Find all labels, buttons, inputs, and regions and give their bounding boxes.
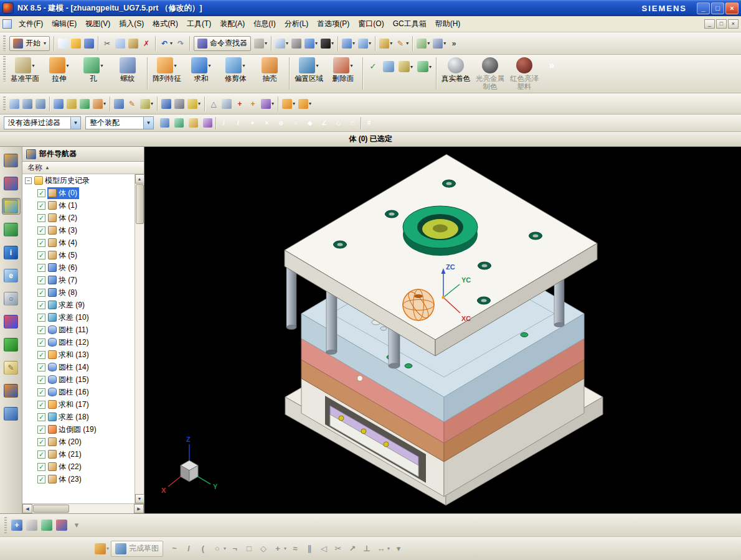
menu-item[interactable]: 格式(R) (148, 17, 182, 31)
finish-sketch-button[interactable]: 完成草图 (111, 541, 163, 557)
cut-icon[interactable]: ✂ (101, 35, 113, 52)
red-glossy-plastic-button[interactable]: 红色亮泽 塑料 (507, 56, 541, 92)
checkbox[interactable] (37, 214, 45, 222)
tree-item[interactable]: 体 (23) (22, 473, 135, 485)
quick-trim-icon[interactable]: ✂ (331, 541, 345, 557)
sphere-primitive-icon[interactable] (173, 95, 186, 113)
snap-quadrant-icon[interactable]: ○ (289, 116, 302, 130)
toolbar-grip[interactable] (3, 35, 6, 51)
start-menu-button[interactable]: 开始 ▾ (9, 36, 50, 51)
command-finder-button[interactable]: 命令查找器 (194, 36, 251, 51)
profile-icon[interactable]: ~ (168, 541, 181, 557)
datum-plane-button[interactable]: ▾ 基准平面 (8, 56, 42, 84)
document-icon[interactable] (2, 19, 12, 29)
cylinder-primitive-icon[interactable] (160, 95, 172, 113)
tree-item[interactable]: 圆柱 (14) (22, 361, 135, 373)
zoom-view-icon[interactable] (65, 95, 78, 113)
chevron-down-icon[interactable]: ▼ (143, 117, 153, 129)
geometric-constraints-icon[interactable]: ⊥ (360, 541, 374, 557)
menu-item[interactable]: 分析(L) (280, 17, 313, 31)
tree-item[interactable]: 边倒圆 (19) (22, 423, 135, 436)
snap-control-point-icon[interactable]: + (246, 116, 259, 130)
checkbox[interactable] (37, 226, 45, 235)
circle-icon[interactable]: ○ ▾ (210, 541, 227, 557)
scrollbar-thumb[interactable] (136, 184, 144, 224)
menu-item[interactable]: 装配(A) (215, 17, 249, 31)
checkbox[interactable] (37, 338, 45, 347)
new-file-icon[interactable] (57, 35, 69, 52)
sketch-more-icon[interactable]: ▾ (392, 541, 405, 557)
paste-icon[interactable] (127, 35, 139, 52)
datum-csys-icon[interactable]: ▾ (139, 95, 154, 113)
quick-extend-icon[interactable]: ↗ (346, 541, 359, 557)
snap-point-toggle-icon[interactable] (158, 116, 171, 130)
fillet-icon[interactable]: ¬ (228, 541, 242, 557)
annotate-icon[interactable]: ✎ ▾ (394, 35, 410, 52)
mdi-minimize-button[interactable]: _ (704, 19, 715, 29)
tree-item[interactable]: 求和 (13) (22, 348, 135, 361)
wcs-dynamics-icon[interactable]: ▾ (92, 95, 107, 113)
tree-item[interactable]: 体 (3) (22, 224, 135, 236)
copy-icon[interactable] (114, 35, 126, 52)
point-icon[interactable]: + ▾ (271, 541, 288, 557)
checkbox[interactable] (37, 413, 45, 421)
rapid-dimension-icon[interactable]: ↔ ▾ (374, 541, 391, 557)
web-browser-icon[interactable]: e (2, 267, 21, 284)
move-face-icon[interactable] (113, 95, 125, 113)
snap-point-on-curve-icon[interactable]: ∠ (318, 116, 331, 130)
system-scenes-icon[interactable] (2, 405, 21, 422)
menu-item[interactable]: 窗口(O) (354, 17, 388, 31)
undo-icon[interactable]: ↶ ▾ (158, 35, 174, 52)
system-materials-icon[interactable] (2, 313, 21, 330)
scroll-left-icon[interactable]: ◀ (22, 504, 32, 513)
layer-visible-icon[interactable] (34, 95, 47, 113)
menu-item[interactable]: 帮助(H) (431, 17, 465, 31)
checkbox[interactable] (37, 401, 45, 409)
name-column-header[interactable]: 名称 ▲ (22, 162, 144, 174)
expander-icon[interactable]: − (25, 177, 32, 184)
edit-feature-icon[interactable]: ▾ (281, 95, 296, 113)
scroll-up-icon[interactable]: ▲ (135, 174, 144, 184)
visualize-shape-icon[interactable]: ▾ (378, 35, 394, 52)
pan-view-icon[interactable] (52, 95, 65, 113)
menu-item[interactable]: 插入(S) (115, 17, 148, 31)
assembly-more-icon[interactable]: ▾ (70, 517, 83, 533)
scrollbar-thumb[interactable] (33, 505, 69, 513)
selection-rules-icon[interactable] (172, 116, 186, 130)
graphics-viewport[interactable]: ZC YC XC Z X Y (144, 147, 741, 513)
checkbox[interactable] (37, 189, 45, 197)
tree-item[interactable]: 求和 (17) (22, 398, 135, 411)
tree-item[interactable]: 体 (21) (22, 448, 135, 460)
torus-primitive-icon[interactable]: ▾ (186, 95, 202, 113)
tree-item[interactable]: 求差 (18) (22, 411, 135, 423)
tree-item[interactable]: 体 (5) (22, 249, 135, 261)
sort-ascending-icon[interactable]: ▲ (45, 165, 50, 170)
component-pattern-icon[interactable] (40, 517, 54, 533)
erase-display-icon[interactable] (290, 35, 303, 52)
mirror-curve-icon[interactable]: ◁ (317, 541, 331, 557)
checkbox[interactable] (37, 326, 45, 334)
checkbox[interactable] (37, 314, 45, 322)
checkbox[interactable] (37, 276, 45, 284)
menu-item[interactable]: 视图(V) (81, 17, 115, 31)
face-analysis-icon[interactable]: ▾ (260, 95, 275, 113)
hd3d-tools-icon[interactable]: i (2, 244, 21, 261)
tree-item[interactable]: 体 (1) (22, 199, 135, 212)
locating-ring[interactable] (403, 206, 478, 256)
screen-layout-icon[interactable]: ▾ (274, 35, 290, 52)
tree-item[interactable]: 圆柱 (12) (22, 336, 135, 348)
information-window-icon[interactable] (220, 95, 233, 113)
tree-item[interactable]: 体 (20) (22, 436, 135, 448)
scroll-right-icon[interactable]: ▶ (134, 504, 144, 513)
roles-icon[interactable] (2, 382, 21, 399)
checkbox[interactable] (37, 426, 45, 434)
checkbox[interactable] (37, 351, 45, 359)
sketch-in-task-icon[interactable]: ✎ (126, 95, 138, 113)
delete-icon[interactable]: ✗ (140, 35, 153, 52)
checkbox[interactable] (37, 202, 45, 210)
sketch-curve-icon[interactable]: ▾ (93, 541, 110, 557)
snap-arc-center-icon[interactable]: ⊙ (275, 116, 288, 130)
window-cascade-icon[interactable]: ▾ (341, 35, 356, 52)
tree-item[interactable]: 求差 (10) (22, 311, 135, 324)
snap-bounded-plane-icon[interactable]: □ (346, 116, 359, 130)
